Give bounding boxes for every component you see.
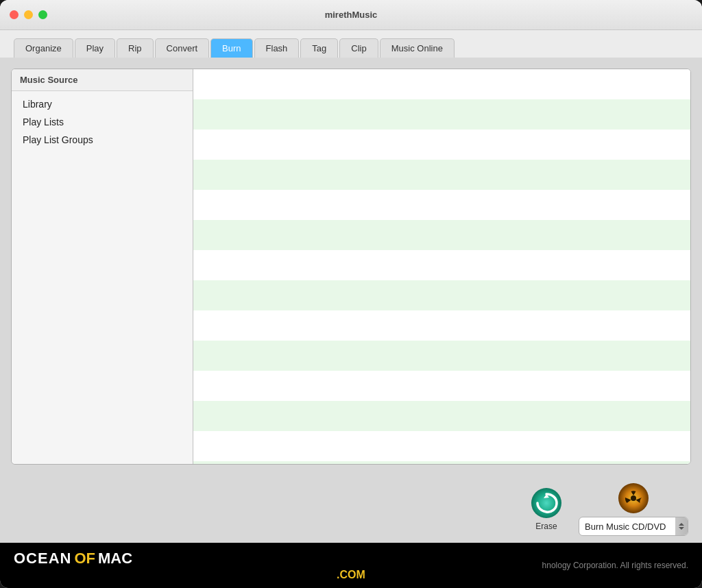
track-row[interactable] xyxy=(193,310,690,341)
source-playlist-groups[interactable]: Play List Groups xyxy=(12,131,193,149)
chevron-up-icon xyxy=(679,523,684,526)
burn-select-arrow-icon xyxy=(675,517,688,535)
brand-com: .COM xyxy=(14,569,688,581)
track-row[interactable] xyxy=(193,431,690,461)
track-row[interactable] xyxy=(193,371,690,401)
tab-burn[interactable]: Burn xyxy=(210,38,252,58)
source-list: Library Play Lists Play List Groups xyxy=(12,91,193,153)
source-playlists[interactable]: Play Lists xyxy=(12,113,193,131)
tab-organize[interactable]: Organize xyxy=(14,38,73,58)
brand-ocean: OCEAN xyxy=(14,550,71,567)
burn-select[interactable]: Burn Music CD/DVD Burn Data CD/DVD xyxy=(579,522,675,532)
tab-music-online[interactable]: Music Online xyxy=(380,38,455,58)
tab-play[interactable]: Play xyxy=(75,38,115,58)
track-row[interactable] xyxy=(193,130,690,160)
minimize-button[interactable] xyxy=(24,10,33,19)
brand-mac: MAC xyxy=(98,550,132,567)
tab-bar: Organize Play Rip Convert Burn Flash Tag… xyxy=(0,30,702,58)
track-row[interactable] xyxy=(193,190,690,220)
track-row[interactable] xyxy=(193,461,690,464)
main-content: Music Source Library Play Lists Play Lis… xyxy=(0,58,702,476)
close-button[interactable] xyxy=(10,10,19,19)
track-row[interactable] xyxy=(193,250,690,280)
brand-of: OF xyxy=(74,550,95,567)
erase-icon xyxy=(531,487,562,519)
chevron-down-icon xyxy=(679,527,684,530)
copyright-text: hnology Corporation. All rights reserved… xyxy=(542,561,688,570)
track-row[interactable] xyxy=(193,401,690,431)
track-list xyxy=(193,69,690,464)
track-row[interactable] xyxy=(193,341,690,371)
burn-select-wrapper: Burn Music CD/DVD Burn Data CD/DVD xyxy=(579,517,688,536)
content-panel: Music Source Library Play Lists Play Lis… xyxy=(11,69,691,465)
maximize-button[interactable] xyxy=(38,10,47,19)
footer: OCEAN OF MAC .COM hnology Corporation. A… xyxy=(0,543,702,588)
tab-tag[interactable]: Tag xyxy=(300,38,338,58)
music-source-header: Music Source xyxy=(12,69,193,91)
erase-label: Erase xyxy=(535,522,557,531)
track-row[interactable] xyxy=(193,220,690,250)
tab-clip[interactable]: Clip xyxy=(339,38,378,58)
pane-container: Music Source Library Play Lists Play Lis… xyxy=(12,69,690,464)
window-title: mirethMusic xyxy=(325,10,378,20)
erase-button[interactable]: Erase xyxy=(531,487,562,531)
left-pane: Music Source Library Play Lists Play Lis… xyxy=(12,69,193,464)
track-row[interactable] xyxy=(193,99,690,130)
action-bar: Erase xyxy=(0,476,702,543)
tab-rip[interactable]: Rip xyxy=(117,38,154,58)
window-controls xyxy=(10,10,47,19)
track-row[interactable] xyxy=(193,280,690,310)
titlebar: mirethMusic xyxy=(0,0,702,30)
tab-flash[interactable]: Flash xyxy=(254,38,300,58)
right-pane xyxy=(193,69,690,464)
svg-point-2 xyxy=(631,495,636,501)
tab-convert[interactable]: Convert xyxy=(155,38,210,58)
burn-dropdown-container: Burn Music CD/DVD Burn Data CD/DVD xyxy=(579,482,688,536)
source-library[interactable]: Library xyxy=(12,95,193,113)
app-window: mirethMusic Organize Play Rip Convert Bu… xyxy=(0,0,702,588)
burn-icon xyxy=(618,482,649,514)
track-row[interactable] xyxy=(193,160,690,190)
track-row[interactable] xyxy=(193,69,690,99)
